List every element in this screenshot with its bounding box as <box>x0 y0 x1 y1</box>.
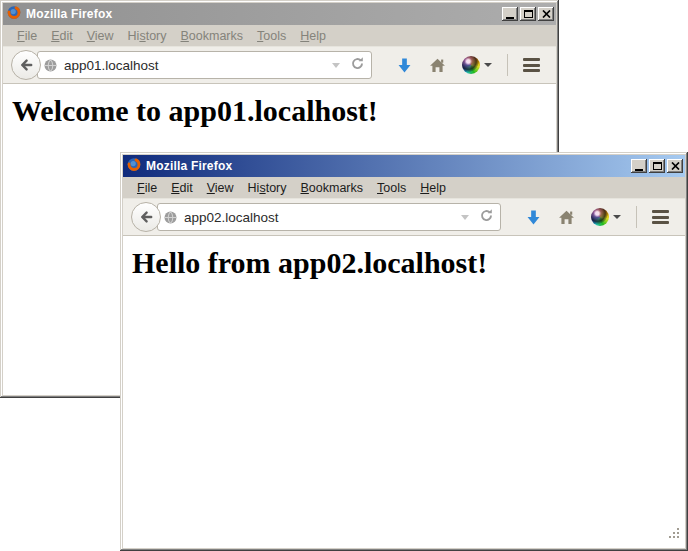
reload-icon[interactable] <box>479 208 494 227</box>
url-bar[interactable] <box>37 51 372 79</box>
home-icon <box>558 209 575 226</box>
menu-item-edit[interactable]: Edit <box>44 27 80 45</box>
menu-item-history[interactable]: History <box>241 179 294 197</box>
home-icon <box>429 57 446 74</box>
maximize-button[interactable] <box>649 159 665 173</box>
menu-item-history[interactable]: History <box>121 27 174 45</box>
home-button[interactable] <box>558 209 575 226</box>
menu-item-bookmarks[interactable]: Bookmarks <box>294 179 371 197</box>
maximize-button[interactable] <box>520 7 536 21</box>
titlebar[interactable]: Mozilla Firefox <box>3 3 556 25</box>
menu-item-bookmarks[interactable]: Bookmarks <box>174 27 251 45</box>
profile-menu-button[interactable] <box>591 208 621 226</box>
menu-item-view[interactable]: View <box>200 179 241 197</box>
firefox-icon <box>6 4 22 24</box>
menu-item-file[interactable]: File <box>10 27 44 45</box>
home-button[interactable] <box>429 57 446 74</box>
chevron-down-icon <box>613 215 621 219</box>
app-menu-button[interactable] <box>652 210 669 224</box>
menu-bar: File Edit View History Bookmarks Tools H… <box>3 25 556 46</box>
menu-item-tools[interactable]: Tools <box>370 179 413 197</box>
menu-item-help[interactable]: Help <box>413 179 453 197</box>
back-button[interactable] <box>131 202 161 232</box>
navigation-toolbar <box>123 198 685 236</box>
reload-icon[interactable] <box>350 56 365 75</box>
titlebar[interactable]: Mozilla Firefox <box>123 155 685 177</box>
globe-icon[interactable] <box>43 58 58 77</box>
toolbar-separator <box>636 206 637 228</box>
close-button[interactable] <box>538 7 554 21</box>
minimize-button[interactable] <box>502 7 518 21</box>
page-heading: Welcome to app01.localhost! <box>12 94 556 129</box>
url-bar[interactable] <box>157 203 501 231</box>
url-input[interactable] <box>182 210 457 225</box>
menu-bar: File Edit View History Bookmarks Tools H… <box>123 177 685 198</box>
chevron-down-icon <box>484 63 492 67</box>
menu-item-view[interactable]: View <box>80 27 121 45</box>
color-wheel-icon <box>462 56 480 74</box>
app-menu-button[interactable] <box>523 58 540 72</box>
chevron-down-icon[interactable] <box>332 63 340 68</box>
firefox-icon <box>126 156 142 176</box>
close-button[interactable] <box>667 159 683 173</box>
window-title: Mozilla Firefox <box>146 159 627 173</box>
profile-menu-button[interactable] <box>462 56 492 74</box>
navigation-toolbar <box>3 46 556 84</box>
globe-icon[interactable] <box>163 210 178 229</box>
toolbar-separator <box>507 54 508 76</box>
back-arrow-icon <box>138 209 154 225</box>
minimize-button[interactable] <box>631 159 647 173</box>
menu-item-help[interactable]: Help <box>293 27 333 45</box>
back-button[interactable] <box>11 50 41 80</box>
page-heading: Hello from app02.localhost! <box>132 246 685 281</box>
window-title: Mozilla Firefox <box>26 7 498 21</box>
color-wheel-icon <box>591 208 609 226</box>
download-button[interactable] <box>525 209 542 226</box>
chevron-down-icon[interactable] <box>461 215 469 220</box>
download-button[interactable] <box>396 57 413 74</box>
download-arrow-icon <box>396 57 413 74</box>
resize-grip-icon[interactable] <box>668 526 681 544</box>
url-input[interactable] <box>62 58 328 73</box>
menu-item-tools[interactable]: Tools <box>250 27 293 45</box>
browser-window-app02: Mozilla Firefox File Edit View History B… <box>120 152 688 551</box>
back-arrow-icon <box>18 57 34 73</box>
page-content: Hello from app02.localhost! <box>123 236 685 548</box>
menu-item-edit[interactable]: Edit <box>164 179 200 197</box>
menu-item-file[interactable]: File <box>130 179 164 197</box>
download-arrow-icon <box>525 209 542 226</box>
